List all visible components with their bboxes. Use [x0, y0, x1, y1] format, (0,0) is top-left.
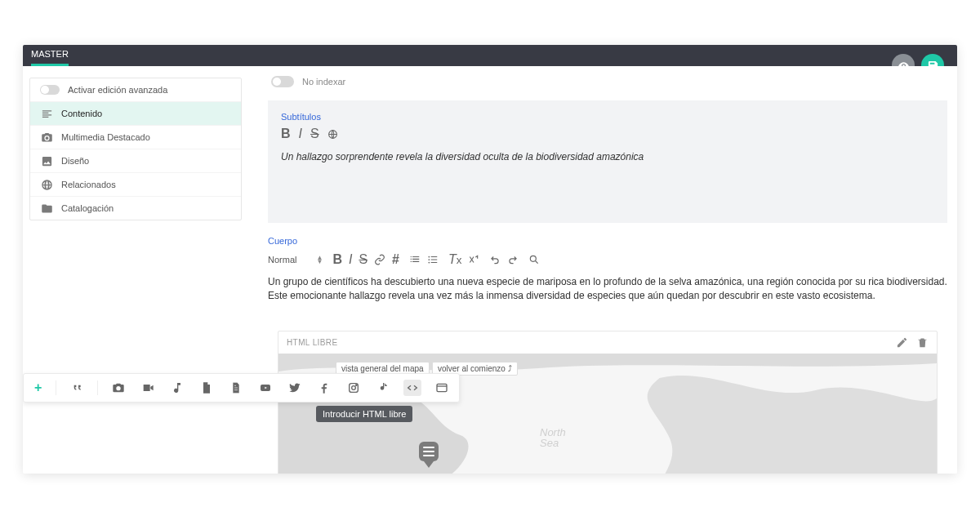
app-window: MASTER Activar edición avanzada Contenid… [23, 45, 957, 474]
noindex-label: No indexar [302, 77, 345, 87]
topbar: MASTER [23, 45, 957, 66]
toggle-label: Activar edición avanzada [68, 85, 167, 95]
svg-point-3 [428, 262, 430, 264]
format-select[interactable]: Normal▲▼ [268, 255, 323, 265]
advanced-edit-toggle[interactable]: Activar edición avanzada [30, 78, 241, 102]
tooltip: Introducir HTML libre [316, 406, 412, 422]
sidebar-label: Catalogación [61, 203, 114, 213]
youtube-button[interactable] [258, 380, 274, 396]
align-left-icon [40, 107, 53, 120]
italic-button[interactable]: I [349, 252, 352, 267]
sea-label: NorthSea [540, 427, 566, 448]
svg-point-4 [531, 256, 537, 261]
html-block-title: HTML LIBRE [287, 338, 338, 347]
italic-button[interactable]: I [299, 127, 302, 141]
sidebar-item-contenido[interactable]: Contenido [30, 102, 241, 126]
image-icon [40, 154, 53, 167]
body-text[interactable]: Un grupo de científicos ha descubierto u… [268, 275, 947, 303]
sidebar-label: Diseño [61, 156, 89, 166]
html-embed-button[interactable] [403, 380, 421, 396]
svg-point-2 [428, 259, 430, 260]
redo-button[interactable] [507, 254, 519, 265]
tiktok-button[interactable] [374, 380, 392, 396]
sidebar-label: Multimedia Destacado [61, 132, 150, 142]
sidebar-item-multimedia[interactable]: Multimedia Destacado [30, 126, 241, 149]
svg-rect-10 [437, 384, 447, 391]
strike-button[interactable]: S [359, 252, 368, 267]
sidebar-item-diseno[interactable]: Diseño [30, 149, 241, 173]
svg-point-9 [356, 385, 357, 385]
body-label: Cuerpo [268, 236, 947, 246]
link-button[interactable] [374, 254, 385, 265]
sidebar-item-relacionados[interactable]: Relacionados [30, 173, 241, 197]
sidebar-item-catalogacion[interactable]: Catalogación [30, 197, 241, 220]
trash-icon[interactable] [916, 336, 929, 349]
camera-icon [40, 131, 53, 144]
list-unordered-button[interactable] [427, 254, 439, 265]
facebook-button[interactable] [315, 380, 333, 396]
bold-button[interactable]: B [281, 127, 291, 141]
list-ordered-button[interactable] [409, 254, 421, 265]
globe-icon [40, 178, 53, 191]
noindex-toggle[interactable]: No indexar [258, 66, 957, 97]
strike-button[interactable]: S [310, 127, 319, 141]
bold-button[interactable]: B [332, 252, 342, 267]
map-pin-icon[interactable] [419, 442, 439, 466]
globe-button[interactable] [327, 127, 338, 141]
subtitle-text[interactable]: Un hallazgo sorprendente revela la diver… [281, 151, 934, 162]
hash-button[interactable]: # [392, 252, 399, 267]
iframe-button[interactable] [433, 380, 451, 396]
subtitles-block: Subtítulos B I S Un hallazgo sorprendent… [268, 100, 947, 223]
content-area: No indexar Subtítulos B I S Un hallazgo … [258, 66, 957, 474]
insert-toolbar: + [258, 373, 460, 403]
search-button[interactable] [528, 254, 540, 265]
clear-format-button[interactable]: Tx [448, 252, 461, 267]
tab-master[interactable]: MASTER [31, 49, 69, 62]
sidebar-label: Relacionados [61, 180, 116, 189]
subtitles-label: Subtítulos [281, 112, 934, 122]
body-block: Cuerpo Normal▲▼ B I S # [268, 236, 947, 474]
edit-icon[interactable] [896, 336, 908, 349]
switch-off-icon [40, 85, 60, 95]
sidebar-label: Contenido [61, 109, 102, 118]
superscript-button[interactable] [468, 254, 479, 265]
twitter-button[interactable] [286, 380, 304, 396]
svg-point-8 [352, 386, 356, 390]
instagram-button[interactable] [345, 380, 363, 396]
undo-button[interactable] [489, 254, 501, 265]
switch-off-icon [271, 76, 294, 87]
sidebar: Activar edición avanzada Contenido Multi… [23, 66, 258, 474]
folder-icon [40, 202, 53, 215]
svg-point-1 [428, 256, 430, 258]
